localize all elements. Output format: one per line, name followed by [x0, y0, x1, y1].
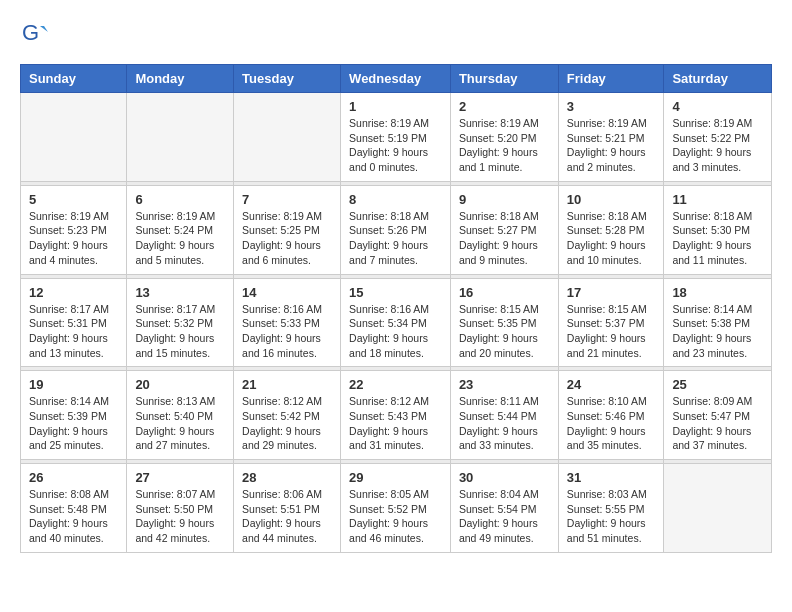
- calendar-cell: 24Sunrise: 8:10 AM Sunset: 5:46 PM Dayli…: [558, 371, 664, 460]
- calendar-cell: 25Sunrise: 8:09 AM Sunset: 5:47 PM Dayli…: [664, 371, 772, 460]
- day-info: Sunrise: 8:18 AM Sunset: 5:27 PM Dayligh…: [459, 209, 550, 268]
- logo: G: [20, 20, 52, 48]
- calendar-cell: 4Sunrise: 8:19 AM Sunset: 5:22 PM Daylig…: [664, 93, 772, 182]
- day-info: Sunrise: 8:12 AM Sunset: 5:42 PM Dayligh…: [242, 394, 332, 453]
- day-info: Sunrise: 8:18 AM Sunset: 5:30 PM Dayligh…: [672, 209, 763, 268]
- day-info: Sunrise: 8:19 AM Sunset: 5:19 PM Dayligh…: [349, 116, 442, 175]
- day-number: 21: [242, 377, 332, 392]
- svg-text:G: G: [22, 20, 39, 45]
- day-number: 23: [459, 377, 550, 392]
- day-info: Sunrise: 8:19 AM Sunset: 5:25 PM Dayligh…: [242, 209, 332, 268]
- day-info: Sunrise: 8:16 AM Sunset: 5:33 PM Dayligh…: [242, 302, 332, 361]
- calendar-cell: 27Sunrise: 8:07 AM Sunset: 5:50 PM Dayli…: [127, 464, 234, 553]
- calendar-cell: [234, 93, 341, 182]
- calendar-cell: 20Sunrise: 8:13 AM Sunset: 5:40 PM Dayli…: [127, 371, 234, 460]
- svg-marker-1: [40, 26, 48, 32]
- day-info: Sunrise: 8:05 AM Sunset: 5:52 PM Dayligh…: [349, 487, 442, 546]
- calendar-table: SundayMondayTuesdayWednesdayThursdayFrid…: [20, 64, 772, 553]
- day-info: Sunrise: 8:15 AM Sunset: 5:35 PM Dayligh…: [459, 302, 550, 361]
- calendar-cell: 9Sunrise: 8:18 AM Sunset: 5:27 PM Daylig…: [450, 185, 558, 274]
- calendar-cell: 3Sunrise: 8:19 AM Sunset: 5:21 PM Daylig…: [558, 93, 664, 182]
- day-info: Sunrise: 8:17 AM Sunset: 5:31 PM Dayligh…: [29, 302, 118, 361]
- weekday-header-tuesday: Tuesday: [234, 65, 341, 93]
- calendar-week-row: 26Sunrise: 8:08 AM Sunset: 5:48 PM Dayli…: [21, 464, 772, 553]
- day-info: Sunrise: 8:19 AM Sunset: 5:23 PM Dayligh…: [29, 209, 118, 268]
- day-number: 1: [349, 99, 442, 114]
- calendar-cell: 26Sunrise: 8:08 AM Sunset: 5:48 PM Dayli…: [21, 464, 127, 553]
- day-info: Sunrise: 8:19 AM Sunset: 5:24 PM Dayligh…: [135, 209, 225, 268]
- logo-icon: G: [20, 20, 48, 48]
- calendar-cell: 17Sunrise: 8:15 AM Sunset: 5:37 PM Dayli…: [558, 278, 664, 367]
- day-number: 26: [29, 470, 118, 485]
- weekday-header-saturday: Saturday: [664, 65, 772, 93]
- calendar-cell: 29Sunrise: 8:05 AM Sunset: 5:52 PM Dayli…: [341, 464, 451, 553]
- calendar-cell: 18Sunrise: 8:14 AM Sunset: 5:38 PM Dayli…: [664, 278, 772, 367]
- day-info: Sunrise: 8:14 AM Sunset: 5:38 PM Dayligh…: [672, 302, 763, 361]
- calendar-cell: [127, 93, 234, 182]
- day-number: 5: [29, 192, 118, 207]
- day-info: Sunrise: 8:19 AM Sunset: 5:21 PM Dayligh…: [567, 116, 656, 175]
- calendar-week-row: 5Sunrise: 8:19 AM Sunset: 5:23 PM Daylig…: [21, 185, 772, 274]
- day-number: 9: [459, 192, 550, 207]
- calendar-cell: 15Sunrise: 8:16 AM Sunset: 5:34 PM Dayli…: [341, 278, 451, 367]
- calendar-week-row: 19Sunrise: 8:14 AM Sunset: 5:39 PM Dayli…: [21, 371, 772, 460]
- calendar-cell: [664, 464, 772, 553]
- day-number: 18: [672, 285, 763, 300]
- day-number: 3: [567, 99, 656, 114]
- day-info: Sunrise: 8:16 AM Sunset: 5:34 PM Dayligh…: [349, 302, 442, 361]
- day-number: 17: [567, 285, 656, 300]
- weekday-header-sunday: Sunday: [21, 65, 127, 93]
- calendar-cell: [21, 93, 127, 182]
- calendar-cell: 16Sunrise: 8:15 AM Sunset: 5:35 PM Dayli…: [450, 278, 558, 367]
- day-info: Sunrise: 8:06 AM Sunset: 5:51 PM Dayligh…: [242, 487, 332, 546]
- day-info: Sunrise: 8:10 AM Sunset: 5:46 PM Dayligh…: [567, 394, 656, 453]
- calendar-week-row: 1Sunrise: 8:19 AM Sunset: 5:19 PM Daylig…: [21, 93, 772, 182]
- day-info: Sunrise: 8:08 AM Sunset: 5:48 PM Dayligh…: [29, 487, 118, 546]
- day-number: 29: [349, 470, 442, 485]
- day-number: 11: [672, 192, 763, 207]
- calendar-cell: 28Sunrise: 8:06 AM Sunset: 5:51 PM Dayli…: [234, 464, 341, 553]
- calendar-cell: 31Sunrise: 8:03 AM Sunset: 5:55 PM Dayli…: [558, 464, 664, 553]
- day-info: Sunrise: 8:07 AM Sunset: 5:50 PM Dayligh…: [135, 487, 225, 546]
- calendar-cell: 13Sunrise: 8:17 AM Sunset: 5:32 PM Dayli…: [127, 278, 234, 367]
- day-number: 30: [459, 470, 550, 485]
- day-number: 4: [672, 99, 763, 114]
- day-number: 24: [567, 377, 656, 392]
- calendar-cell: 5Sunrise: 8:19 AM Sunset: 5:23 PM Daylig…: [21, 185, 127, 274]
- day-number: 13: [135, 285, 225, 300]
- day-number: 10: [567, 192, 656, 207]
- calendar-cell: 21Sunrise: 8:12 AM Sunset: 5:42 PM Dayli…: [234, 371, 341, 460]
- calendar-cell: 7Sunrise: 8:19 AM Sunset: 5:25 PM Daylig…: [234, 185, 341, 274]
- day-number: 2: [459, 99, 550, 114]
- calendar-cell: 11Sunrise: 8:18 AM Sunset: 5:30 PM Dayli…: [664, 185, 772, 274]
- weekday-header-wednesday: Wednesday: [341, 65, 451, 93]
- day-number: 12: [29, 285, 118, 300]
- calendar-cell: 6Sunrise: 8:19 AM Sunset: 5:24 PM Daylig…: [127, 185, 234, 274]
- calendar-cell: 8Sunrise: 8:18 AM Sunset: 5:26 PM Daylig…: [341, 185, 451, 274]
- day-info: Sunrise: 8:15 AM Sunset: 5:37 PM Dayligh…: [567, 302, 656, 361]
- day-info: Sunrise: 8:04 AM Sunset: 5:54 PM Dayligh…: [459, 487, 550, 546]
- calendar-cell: 30Sunrise: 8:04 AM Sunset: 5:54 PM Dayli…: [450, 464, 558, 553]
- day-info: Sunrise: 8:13 AM Sunset: 5:40 PM Dayligh…: [135, 394, 225, 453]
- day-info: Sunrise: 8:12 AM Sunset: 5:43 PM Dayligh…: [349, 394, 442, 453]
- day-info: Sunrise: 8:19 AM Sunset: 5:20 PM Dayligh…: [459, 116, 550, 175]
- calendar-week-row: 12Sunrise: 8:17 AM Sunset: 5:31 PM Dayli…: [21, 278, 772, 367]
- weekday-header-row: SundayMondayTuesdayWednesdayThursdayFrid…: [21, 65, 772, 93]
- day-number: 27: [135, 470, 225, 485]
- day-info: Sunrise: 8:18 AM Sunset: 5:26 PM Dayligh…: [349, 209, 442, 268]
- day-number: 19: [29, 377, 118, 392]
- day-info: Sunrise: 8:11 AM Sunset: 5:44 PM Dayligh…: [459, 394, 550, 453]
- day-number: 28: [242, 470, 332, 485]
- day-info: Sunrise: 8:19 AM Sunset: 5:22 PM Dayligh…: [672, 116, 763, 175]
- day-number: 7: [242, 192, 332, 207]
- calendar-cell: 22Sunrise: 8:12 AM Sunset: 5:43 PM Dayli…: [341, 371, 451, 460]
- calendar-cell: 19Sunrise: 8:14 AM Sunset: 5:39 PM Dayli…: [21, 371, 127, 460]
- day-number: 20: [135, 377, 225, 392]
- day-info: Sunrise: 8:03 AM Sunset: 5:55 PM Dayligh…: [567, 487, 656, 546]
- day-info: Sunrise: 8:14 AM Sunset: 5:39 PM Dayligh…: [29, 394, 118, 453]
- calendar-cell: 1Sunrise: 8:19 AM Sunset: 5:19 PM Daylig…: [341, 93, 451, 182]
- page-header: G: [20, 20, 772, 48]
- day-number: 6: [135, 192, 225, 207]
- day-number: 22: [349, 377, 442, 392]
- weekday-header-friday: Friday: [558, 65, 664, 93]
